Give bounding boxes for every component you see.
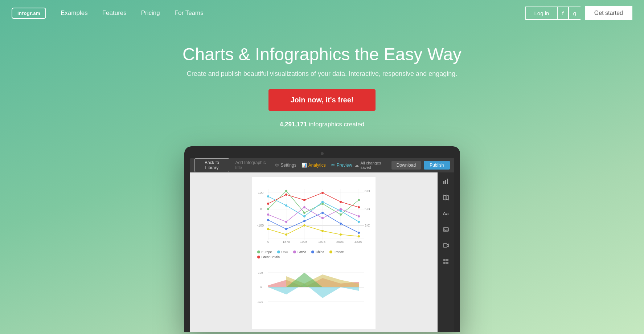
svg-rect-69 (443, 181, 444, 184)
svg-point-41 (267, 219, 269, 221)
back-to-library-button[interactable]: Back to Library (194, 158, 230, 172)
laptop-screen: Back to Library Add Infographic title ⚙ … (190, 158, 454, 332)
nav-for-teams[interactable]: For Teams (175, 9, 204, 17)
svg-text:0: 0 (260, 207, 262, 211)
svg-point-29 (267, 195, 269, 197)
map-icon[interactable] (440, 192, 451, 203)
download-button[interactable]: Download (391, 161, 421, 170)
hero-subtitle: Create and publish beautiful visualizati… (7, 70, 637, 78)
legend-china: China (311, 250, 324, 254)
svg-rect-81 (443, 262, 446, 264)
preview-icon: 👁 (331, 163, 335, 168)
settings-icon: ⚙ (275, 163, 279, 168)
laptop-frame: Back to Library Add Infographic title ⚙ … (184, 146, 460, 332)
svg-text:1870: 1870 (283, 240, 290, 244)
saved-status: ☁ All changes saved (355, 161, 388, 170)
laptop-mockup: Back to Library Add Infographic title ⚙ … (0, 146, 644, 332)
svg-rect-80 (446, 259, 448, 261)
svg-point-76 (444, 229, 445, 230)
area-chart-section: 100 0 -100 (257, 262, 370, 314)
svg-marker-72 (443, 195, 448, 200)
get-started-button[interactable]: Get started (585, 6, 632, 20)
navigation: infogr.am Examples Features Pricing For … (0, 0, 644, 26)
cloud-icon: ☁ (355, 163, 359, 168)
svg-text:3,032: 3,032 (365, 224, 370, 227)
svg-point-35 (267, 213, 269, 216)
nav-examples[interactable]: Examples (61, 9, 88, 17)
nav-right: Log in f g Get started (525, 6, 632, 20)
canvas-area: 100 0 -100 8,663 5,663 3,032 0 1870 19 (190, 172, 438, 332)
svg-point-36 (285, 221, 287, 223)
svg-point-53 (267, 203, 269, 205)
nav-pricing[interactable]: Pricing (141, 9, 160, 17)
svg-point-43 (303, 220, 305, 222)
svg-text:2003: 2003 (336, 240, 344, 244)
svg-point-23 (267, 208, 269, 210)
legend-europe: Europe (257, 250, 272, 254)
svg-point-49 (303, 224, 305, 227)
logo-text: infogr.am (17, 11, 40, 16)
svg-text:100: 100 (258, 271, 263, 274)
svg-point-40 (358, 215, 360, 217)
google-button[interactable]: g (568, 7, 581, 20)
preview-nav[interactable]: 👁 Preview (331, 163, 352, 168)
svg-text:0: 0 (260, 286, 262, 289)
nav-links: Examples Features Pricing For Teams (61, 9, 525, 17)
svg-rect-82 (446, 262, 448, 264)
line-chart: 100 0 -100 8,663 5,663 3,032 0 1870 19 (257, 182, 370, 247)
nav-features[interactable]: Features (102, 9, 127, 17)
text-icon[interactable]: Aa (440, 208, 451, 219)
logo[interactable]: infogr.am (12, 8, 46, 19)
svg-point-45 (340, 223, 342, 225)
toolbar-nav: ⚙ Settings 📊 Analytics 👁 Preview (275, 163, 352, 168)
svg-point-39 (340, 208, 342, 210)
analytics-label: Analytics (308, 163, 326, 168)
svg-rect-77 (443, 244, 447, 247)
laptop-camera (321, 152, 324, 155)
count-number: 4,291,171 (280, 121, 307, 128)
svg-text:0: 0 (267, 240, 269, 244)
image-icon[interactable] (440, 224, 451, 235)
svg-point-51 (340, 233, 342, 236)
svg-point-52 (358, 235, 360, 237)
infographic-title-placeholder[interactable]: Add Infographic title (235, 160, 269, 170)
right-panel: Aa (438, 172, 454, 332)
facebook-button[interactable]: f (557, 7, 568, 20)
widget-icon[interactable] (440, 256, 451, 267)
svg-point-28 (358, 199, 360, 201)
svg-rect-70 (445, 180, 446, 184)
svg-point-55 (303, 199, 305, 201)
saved-label: All changes saved (360, 161, 388, 170)
video-icon[interactable] (440, 240, 451, 251)
publish-button[interactable]: Publish (424, 161, 450, 170)
editor-content: 100 0 -100 8,663 5,663 3,032 0 1870 19 (190, 172, 454, 332)
svg-text:-100: -100 (257, 224, 264, 227)
svg-point-27 (340, 213, 342, 216)
line-chart-section: 100 0 -100 8,663 5,663 3,032 0 1870 19 (257, 182, 370, 259)
analytics-nav[interactable]: 📊 Analytics (302, 163, 326, 168)
svg-point-58 (358, 206, 360, 208)
bar-chart-icon[interactable] (440, 176, 451, 187)
login-button[interactable]: Log in (525, 7, 557, 20)
join-button[interactable]: Join now, it's free! (268, 89, 375, 111)
hero-title: Charts & Infographics the Easy Way (7, 44, 637, 64)
svg-point-47 (267, 228, 269, 230)
svg-point-38 (321, 217, 324, 219)
hero-section: Charts & Infographics the Easy Way Creat… (0, 26, 644, 139)
svg-text:-100: -100 (257, 300, 263, 304)
editor-toolbar: Back to Library Add Infographic title ⚙ … (190, 158, 454, 172)
svg-point-50 (321, 230, 324, 232)
legend-latvia: Latvia (293, 250, 306, 254)
svg-point-44 (321, 212, 324, 214)
area-chart: 100 0 -100 (257, 265, 370, 313)
svg-rect-79 (443, 259, 446, 261)
svg-point-48 (285, 233, 287, 236)
svg-point-46 (358, 232, 360, 234)
svg-text:8,663: 8,663 (365, 189, 370, 193)
svg-text:1973: 1973 (318, 240, 325, 244)
svg-text:423: 423 (354, 240, 360, 244)
svg-point-30 (285, 204, 287, 207)
settings-nav[interactable]: ⚙ Settings (275, 163, 296, 168)
svg-point-37 (303, 206, 305, 208)
svg-point-56 (321, 192, 324, 194)
